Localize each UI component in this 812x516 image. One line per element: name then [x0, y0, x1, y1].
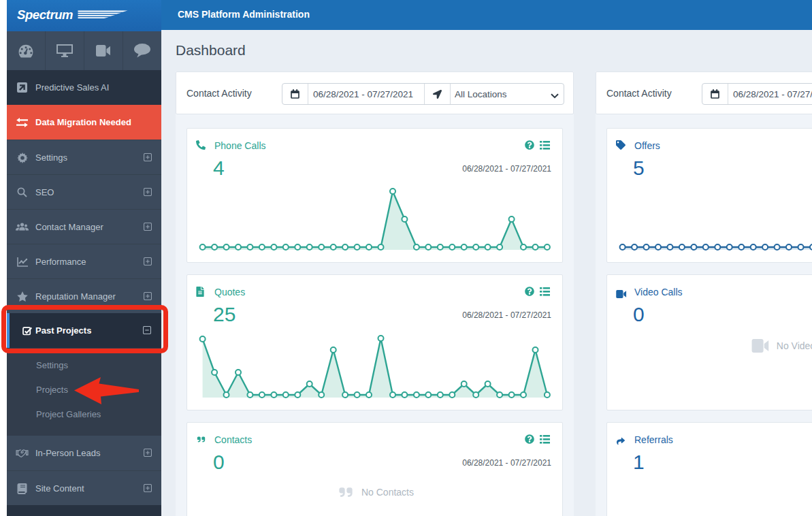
svg-text:Spectrum: Spectrum	[17, 7, 73, 22]
